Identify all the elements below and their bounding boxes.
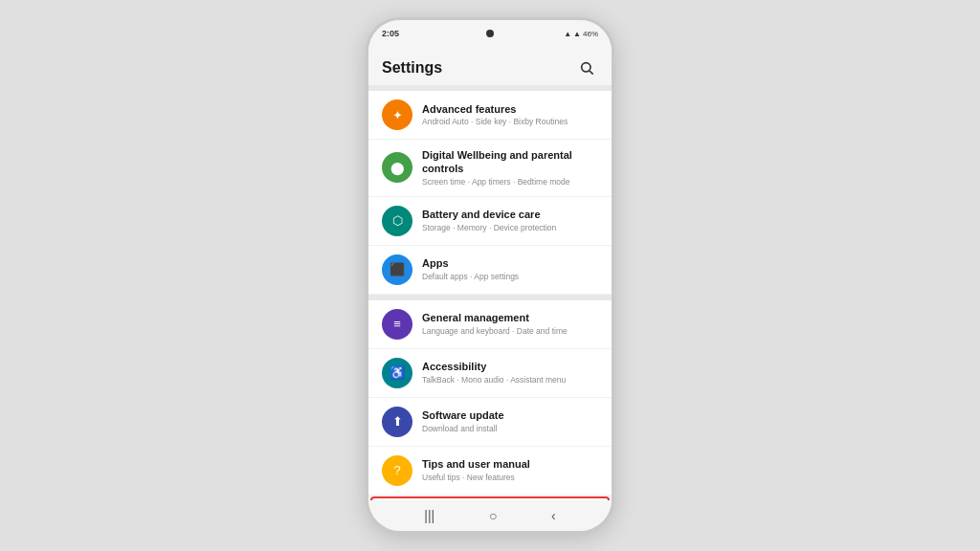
settings-header: Settings <box>368 47 612 85</box>
recent-apps-icon[interactable]: ||| <box>424 508 434 523</box>
settings-item-software-update[interactable]: ⬆ Software update Download and install <box>368 398 612 447</box>
advanced-features-subtitle: Android Auto · Side key · Bixby Routines <box>422 117 598 127</box>
digital-wellbeing-subtitle: Screen time · App timers · Bedtime mode <box>422 177 598 187</box>
svg-point-0 <box>582 63 590 72</box>
page-title: Settings <box>382 59 442 77</box>
svg-line-1 <box>590 71 593 75</box>
settings-item-advanced-features[interactable]: ✦ Advanced features Android Auto · Side … <box>368 91 612 140</box>
screen: Settings ✦ Advanced features Android Aut… <box>368 47 612 500</box>
accessibility-subtitle: TalkBack · Mono audio · Assistant menu <box>422 375 598 386</box>
nav-bar: ||| ○ ‹ <box>368 500 612 531</box>
apps-text: Apps Default apps · App settings <box>422 256 598 281</box>
settings-item-digital-wellbeing[interactable]: ⬤ Digital Wellbeing and parental control… <box>368 140 612 197</box>
accessibility-text: Accessibility TalkBack · Mono audio · As… <box>422 360 598 385</box>
digital-wellbeing-title: Digital Wellbeing and parental controls <box>422 148 598 176</box>
battery-text: 46% <box>583 30 598 38</box>
apps-icon: ⬛ <box>382 254 412 285</box>
back-icon[interactable]: ‹ <box>551 508 556 523</box>
tips-user-manual-text: Tips and user manual Useful tips · New f… <box>422 457 598 482</box>
status-time: 2:05 <box>382 29 399 38</box>
search-button[interactable] <box>575 56 598 79</box>
accessibility-icon: ♿ <box>382 358 412 388</box>
advanced-features-text: Advanced features Android Auto · Side ke… <box>422 102 598 127</box>
general-management-subtitle: Language and keyboard · Date and time <box>422 326 598 337</box>
general-management-title: General management <box>422 311 598 324</box>
battery-device-care-title: Battery and device care <box>422 208 598 221</box>
software-update-text: Software update Download and install <box>422 408 598 433</box>
battery-device-care-text: Battery and device care Storage · Memory… <box>422 208 598 232</box>
settings-item-about-phone[interactable]: ℹ About phone Status · Legal information… <box>370 496 610 500</box>
digital-wellbeing-text: Digital Wellbeing and parental controls … <box>422 148 598 187</box>
battery-device-care-subtitle: Storage · Memory · Device protection <box>422 223 598 233</box>
settings-item-tips-user-manual[interactable]: ? Tips and user manual Useful tips · New… <box>368 447 612 496</box>
digital-wellbeing-icon: ⬤ <box>382 152 412 183</box>
camera-notch <box>486 30 494 37</box>
general-management-text: General management Language and keyboard… <box>422 311 598 336</box>
accessibility-title: Accessibility <box>422 360 598 373</box>
tips-user-manual-subtitle: Useful tips · New features <box>422 473 598 483</box>
settings-list: ✦ Advanced features Android Auto · Side … <box>368 85 612 500</box>
tips-user-manual-icon: ? <box>382 455 412 486</box>
status-icons: ▲ ▲ 46% <box>564 30 598 38</box>
settings-item-general-management[interactable]: ≡ General management Language and keyboa… <box>368 300 612 349</box>
wifi-icon: ▲ <box>564 30 571 38</box>
settings-item-battery-device-care[interactable]: ⬡ Battery and device care Storage · Memo… <box>368 197 612 246</box>
advanced-features-icon: ✦ <box>382 99 412 130</box>
phone-shell: 2:05 ▲ ▲ 46% Settings ✦ Advanced feature… <box>366 17 614 534</box>
signal-icon: ▲ <box>573 30 581 38</box>
settings-item-accessibility[interactable]: ♿ Accessibility TalkBack · Mono audio · … <box>368 349 612 398</box>
software-update-title: Software update <box>422 408 598 422</box>
battery-device-care-icon: ⬡ <box>382 206 412 236</box>
software-update-subtitle: Download and install <box>422 424 598 434</box>
settings-item-apps[interactable]: ⬛ Apps Default apps · App settings <box>368 246 612 295</box>
apps-subtitle: Default apps · App settings <box>422 272 598 282</box>
status-bar: 2:05 ▲ ▲ 46% <box>368 20 612 47</box>
home-icon[interactable]: ○ <box>489 508 497 523</box>
apps-title: Apps <box>422 256 598 270</box>
software-update-icon: ⬆ <box>382 407 412 437</box>
tips-user-manual-title: Tips and user manual <box>422 457 598 471</box>
advanced-features-title: Advanced features <box>422 102 598 116</box>
general-management-icon: ≡ <box>382 309 412 340</box>
